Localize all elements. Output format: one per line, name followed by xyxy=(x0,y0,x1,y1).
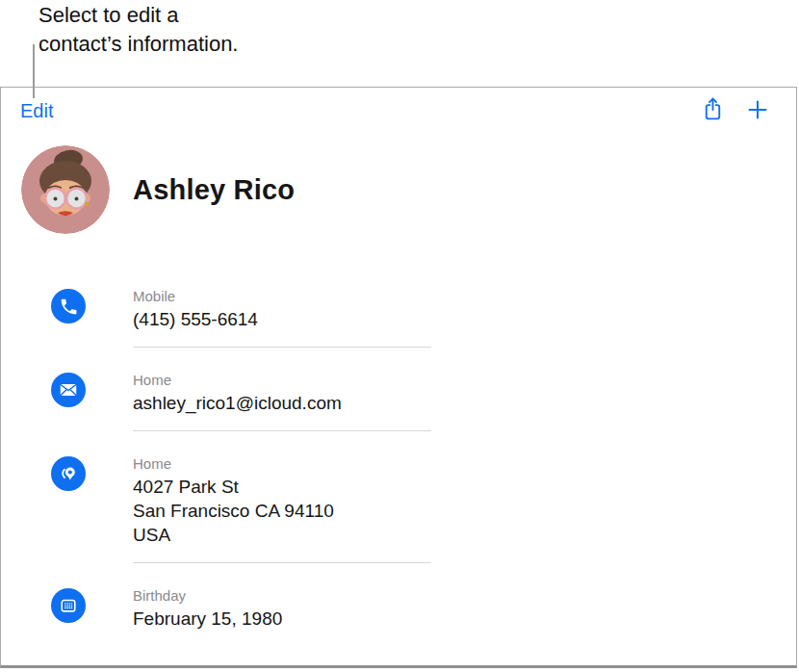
map-pin-icon xyxy=(51,456,86,491)
field-text: Home ashley_rico1@icloud.com xyxy=(133,369,431,431)
add-contact-button[interactable] xyxy=(745,98,770,123)
birthday-value: February 15, 1980 xyxy=(133,607,282,631)
address-line[interactable]: USA xyxy=(133,523,431,547)
field-label: Birthday xyxy=(133,584,282,607)
contact-fields: Mobile (415) 555-6614 Home ashley_rico1@ xyxy=(1,285,796,631)
window-header: Edit xyxy=(1,88,796,123)
share-icon xyxy=(701,96,725,125)
divider xyxy=(133,347,431,348)
phone-value[interactable]: (415) 555-6614 xyxy=(133,307,431,331)
plus-icon xyxy=(746,98,769,124)
field-row-phone: Mobile (415) 555-6614 xyxy=(1,285,796,348)
field-text: Home 4027 Park St San Francisco CA 94110… xyxy=(133,452,431,563)
contact-name: Ashley Rico xyxy=(133,174,295,206)
address-line[interactable]: 4027 Park St xyxy=(133,475,431,499)
field-row-address: Home 4027 Park St San Francisco CA 94110… xyxy=(1,452,796,563)
divider xyxy=(133,430,431,431)
field-label: Home xyxy=(133,369,431,391)
divider xyxy=(133,562,431,563)
field-text: Birthday February 15, 1980 xyxy=(133,584,282,631)
email-value[interactable]: ashley_rico1@icloud.com xyxy=(133,391,431,415)
avatar xyxy=(21,145,110,234)
calendar-icon xyxy=(51,588,86,623)
field-text: Mobile (415) 555-6614 xyxy=(133,285,431,348)
phone-icon xyxy=(51,289,86,323)
callout-pointer-line xyxy=(33,44,35,98)
header-actions xyxy=(700,98,770,123)
address-line[interactable]: San Francisco CA 94110 xyxy=(133,499,431,523)
field-row-email: Home ashley_rico1@icloud.com xyxy=(1,369,796,431)
edit-button[interactable]: Edit xyxy=(20,100,53,122)
field-label: Home xyxy=(133,452,431,475)
field-label: Mobile xyxy=(133,285,431,307)
screenshot-stage: Select to edit a contact’s information. … xyxy=(0,0,799,672)
contact-card-window: Edit xyxy=(0,87,797,668)
field-row-birthday: Birthday February 15, 1980 xyxy=(1,584,796,631)
envelope-icon xyxy=(51,373,86,407)
callout-line-2: contact’s information. xyxy=(39,30,238,59)
contact-profile: Ashley Rico xyxy=(21,145,796,234)
callout-text: Select to edit a contact’s information. xyxy=(39,1,238,59)
share-button[interactable] xyxy=(700,98,725,123)
callout-line-1: Select to edit a xyxy=(39,1,238,30)
